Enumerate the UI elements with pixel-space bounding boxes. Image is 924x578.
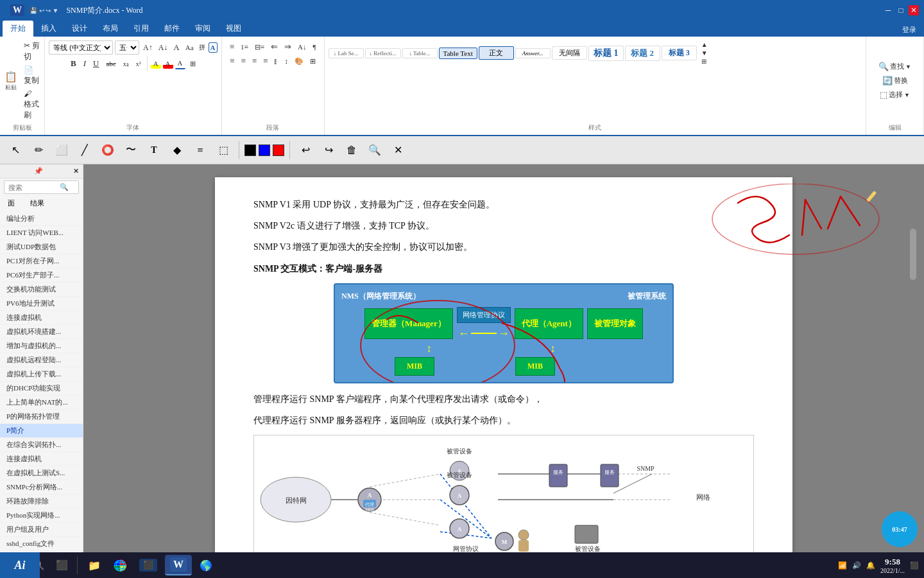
borders-button[interactable]: ⊞	[187, 58, 198, 69]
sidebar-item[interactable]: P的网络拓扑管理	[0, 410, 83, 424]
styles-scroll-down[interactable]: ▼	[699, 49, 710, 57]
color-black[interactable]	[244, 144, 256, 156]
bold-button[interactable]: B	[68, 57, 79, 70]
subscript-button[interactable]: x₂	[121, 59, 132, 69]
sidebar-item[interactable]: 连接虚拟机	[0, 311, 83, 325]
copy-button[interactable]: 📄 复制	[21, 64, 43, 87]
draw-line-tool[interactable]: ╱	[74, 140, 95, 161]
style-table-text[interactable]: Table Text	[439, 48, 477, 59]
styles-scroll-up[interactable]: ▲	[699, 40, 710, 49]
sort-button[interactable]: A↓	[295, 42, 309, 52]
draw-flow-tool[interactable]: ⬚	[213, 140, 234, 161]
shading-fill-button[interactable]: 🎨	[292, 56, 306, 67]
draw-select-tool[interactable]: ↖	[5, 140, 26, 161]
replace-button[interactable]: 🔄 替换	[880, 74, 911, 87]
draw-pen-tool[interactable]: ✏	[28, 140, 49, 161]
line-spacing-button[interactable]: ↕	[282, 56, 291, 66]
sidebar-item[interactable]: LIENT 访问WEB...	[0, 226, 83, 240]
multilevel-list-button[interactable]: ⊟≡	[252, 42, 267, 53]
sidebar-item[interactable]: PC1对所在子网...	[0, 254, 83, 268]
justify-button[interactable]: ≡	[261, 55, 270, 67]
draw-highlight-tool[interactable]: ◆	[167, 140, 187, 161]
style-zhengwen[interactable]: 正文	[479, 46, 514, 60]
sidebar-item[interactable]: sshd_config文件	[0, 537, 83, 551]
sidebar-item[interactable]: 上上简单的NAT的...	[0, 396, 83, 410]
sidebar-item[interactable]: 在虚拟机上测试S...	[0, 466, 83, 480]
draw-text-tool[interactable]: T	[144, 140, 164, 161]
draw-curve-tool[interactable]: 〜	[121, 140, 141, 161]
style-table[interactable]: ↓ Table...	[402, 48, 438, 58]
style-title3[interactable]: 标题 3	[662, 46, 697, 60]
sidebar-pin-icon[interactable]: 📌	[34, 167, 43, 175]
taskbar-terminal[interactable]: ⬛	[134, 555, 162, 575]
tab-home[interactable]: 开始	[3, 21, 33, 37]
tab-layout[interactable]: 布局	[95, 21, 126, 37]
draw-undo-button[interactable]: ↩	[295, 140, 316, 161]
strikethrough-button[interactable]: abc	[103, 58, 118, 69]
find-button[interactable]: 🔍 查找 ▼	[876, 60, 914, 73]
login-button[interactable]: 登录	[897, 23, 921, 35]
tab-mail[interactable]: 邮件	[157, 21, 187, 37]
color-red[interactable]	[273, 144, 284, 156]
sidebar-item[interactable]: 连接虚拟机	[0, 452, 83, 466]
draw-close-button[interactable]: ✕	[388, 140, 408, 161]
draw-search-button[interactable]: 🔍	[364, 140, 385, 161]
superscript-button[interactable]: x²	[133, 59, 144, 69]
sidebar-item-active[interactable]: P简介	[0, 424, 83, 438]
sidebar-item[interactable]: 虚拟机环境搭建...	[0, 325, 83, 339]
sidebar-item[interactable]: 环路故障排除	[0, 495, 83, 509]
underline-button[interactable]: U	[90, 57, 101, 70]
sidebar-item[interactable]: 测试UDP数据包	[0, 240, 83, 254]
cut-button[interactable]: ✂ 剪切	[21, 39, 43, 64]
draw-list-tool[interactable]: ≡	[190, 140, 210, 161]
columns-button[interactable]: ⫿	[271, 56, 280, 66]
tab-design[interactable]: 设计	[64, 21, 95, 37]
sidebar-item[interactable]: Python实现网络...	[0, 509, 83, 523]
border-btn[interactable]: ⊞	[307, 56, 318, 67]
tab-ref[interactable]: 引用	[126, 21, 157, 37]
format-painter-button[interactable]: 🖌 格式刷	[21, 88, 43, 122]
maximize-button[interactable]: □	[896, 5, 906, 15]
sidebar-item[interactable]: PV6地址升测试	[0, 297, 83, 311]
tab-review[interactable]: 审阅	[187, 21, 218, 37]
sidebar-item[interactable]: 虚拟机上传下载...	[0, 367, 83, 381]
increase-font-button[interactable]: A↑	[141, 42, 155, 53]
change-case-button[interactable]: Aa	[184, 43, 196, 52]
color-blue[interactable]	[259, 144, 270, 156]
italic-button[interactable]: I	[81, 57, 89, 70]
sidebar-item[interactable]: 在综合实训拓扑...	[0, 438, 83, 452]
taskbar-explorer[interactable]: 📁	[83, 555, 106, 575]
shading-button[interactable]: A	[175, 58, 185, 69]
decrease-indent-button[interactable]: ⇐	[268, 40, 280, 53]
decrease-font-button[interactable]: A↓	[157, 42, 170, 53]
tab-insert[interactable]: 插入	[33, 21, 64, 37]
numbering-button[interactable]: 1≡	[238, 42, 251, 52]
style-reflecti[interactable]: ↓ Reflecti...	[365, 48, 401, 58]
clear-format-button[interactable]: A	[171, 42, 181, 53]
bullets-button[interactable]: ≡	[227, 40, 237, 53]
paste-button[interactable]: 📋 粘贴	[1, 69, 21, 92]
sidebar-item[interactable]: 用户组及用户	[0, 523, 83, 537]
taskbar-clock[interactable]: 9:58 2022/1/...	[880, 557, 905, 574]
select-button[interactable]: ⬚ 选择 ▼	[877, 89, 912, 101]
sidebar-item[interactable]: 的DHCP功能实现	[0, 381, 83, 396]
pinyin-button[interactable]: 拼	[198, 42, 207, 53]
sidebar-search-box[interactable]: 🔍	[4, 180, 79, 194]
document-area[interactable]: SNMP V1 采用 UDP 协议，支持最为广泛，但存在安全问题。 SNMP V…	[83, 164, 924, 578]
close-button[interactable]: ✕	[909, 5, 919, 15]
styles-expand[interactable]: ⊞	[699, 57, 710, 66]
sidebar-item[interactable]: 增加与虚拟机的...	[0, 339, 83, 353]
task-view-button[interactable]: ⬛	[51, 555, 72, 575]
sidebar-item[interactable]: 编址分析	[0, 212, 83, 226]
draw-circle-tool[interactable]: ⭕	[98, 140, 118, 161]
font-color-button[interactable]: A	[163, 58, 173, 69]
style-answer[interactable]: Answer...	[515, 48, 551, 58]
show-marks-button[interactable]: ¶	[310, 42, 318, 52]
sidebar-item[interactable]: 交换机功能测试	[0, 283, 83, 297]
tab-view[interactable]: 视图	[218, 21, 249, 37]
ai-badge[interactable]: Ai	[0, 552, 40, 578]
taskbar-chrome[interactable]: 🌐	[108, 555, 132, 575]
font-name-select[interactable]: 等线 (中文正文)	[49, 40, 113, 55]
style-title2[interactable]: 标题 2	[625, 46, 660, 61]
draw-redo-button[interactable]: ↪	[318, 140, 339, 161]
